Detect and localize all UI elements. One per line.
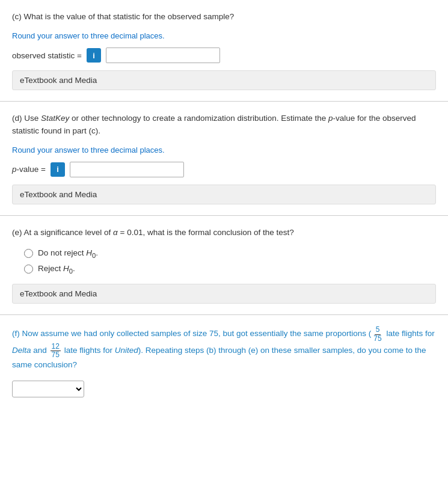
section-c-question: (c) What is the value of that statistic … bbox=[12, 11, 436, 23]
observed-statistic-label: observed statistic = bbox=[12, 51, 82, 60]
section-f-question: (f) Now assume we had only collected sam… bbox=[12, 326, 436, 371]
section-d-info-button[interactable]: i bbox=[51, 162, 65, 177]
section-d-round-note: Round your answer to three decimal place… bbox=[12, 145, 436, 155]
radio-do-not-reject[interactable]: Do not reject H0. bbox=[24, 248, 436, 259]
section-c-input-row: observed statistic = i bbox=[12, 47, 436, 63]
radio-reject[interactable]: Reject H0. bbox=[24, 264, 436, 275]
radio-do-not-reject-input[interactable] bbox=[24, 249, 33, 258]
p-value-label: p-value = bbox=[12, 165, 46, 174]
section-d-question: (d) Use StatKey or other technology to c… bbox=[12, 112, 436, 137]
p-value-text: p bbox=[328, 114, 333, 123]
p-value-input[interactable] bbox=[70, 162, 184, 177]
section-f: (f) Now assume we had only collected sam… bbox=[0, 315, 448, 412]
section-f-select[interactable]: Yes No bbox=[12, 381, 84, 397]
section-d-etextbook[interactable]: eTextbook and Media bbox=[12, 185, 436, 204]
radio-reject-input[interactable] bbox=[24, 265, 33, 274]
section-c-round-note: Round your answer to three decimal place… bbox=[12, 31, 436, 40]
section-e-radio-group: Do not reject H0. Reject H0. bbox=[24, 248, 436, 274]
section-c: (c) What is the value of that statistic … bbox=[0, 0, 448, 102]
section-e-question: (e) At a significance level of α = 0.01,… bbox=[12, 227, 436, 239]
section-d: (d) Use StatKey or other technology to c… bbox=[0, 102, 448, 216]
section-d-input-row: p-value = i bbox=[12, 162, 436, 177]
section-e: (e) At a significance level of α = 0.01,… bbox=[0, 216, 448, 316]
section-c-etextbook[interactable]: eTextbook and Media bbox=[12, 70, 436, 90]
fraction-12-75: 1275 bbox=[51, 343, 61, 359]
fraction-5-75: 575 bbox=[372, 326, 382, 342]
statkey-text: StatKey bbox=[41, 114, 69, 123]
observed-statistic-input[interactable] bbox=[106, 47, 220, 63]
section-e-etextbook[interactable]: eTextbook and Media bbox=[12, 284, 436, 304]
section-c-info-button[interactable]: i bbox=[87, 48, 101, 63]
